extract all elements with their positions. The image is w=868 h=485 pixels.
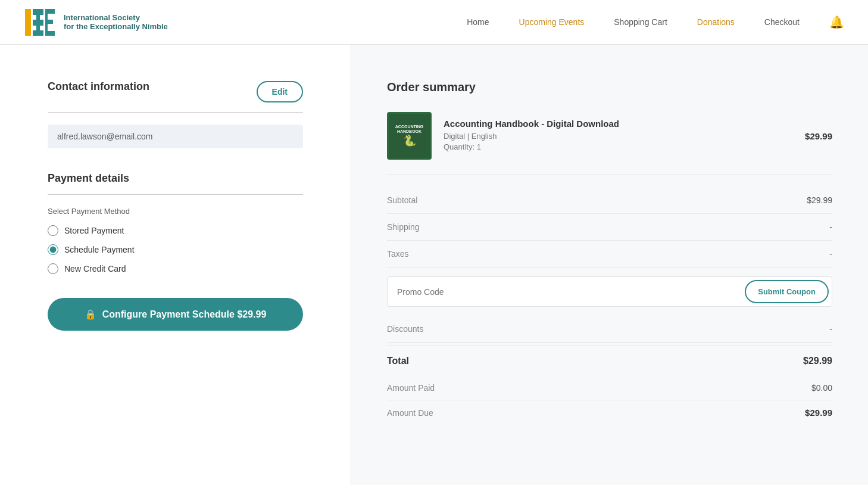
submit-coupon-button[interactable]: Submit Coupon xyxy=(745,280,829,303)
amount-paid-label: Amount Paid xyxy=(387,383,435,393)
main-nav: Home Upcoming Events Shopping Cart Donat… xyxy=(467,15,844,29)
nav-upcoming-events[interactable]: Upcoming Events xyxy=(519,17,585,27)
nav-home[interactable]: Home xyxy=(467,17,489,27)
payment-option-new-card-label: New Credit Card xyxy=(64,264,126,273)
amount-due-row: Amount Due $29.99 xyxy=(387,400,832,425)
payment-title: Payment details xyxy=(48,172,303,185)
right-panel: Order summary ACCOUNTINGHANDBOOK 🐍 Accou… xyxy=(351,45,868,485)
payment-section: Payment details Select Payment Method St… xyxy=(48,172,303,274)
taxes-value: - xyxy=(829,249,832,259)
product-detail-format: Digital | English xyxy=(444,132,793,141)
nav-shopping-cart[interactable]: Shopping Cart xyxy=(614,17,667,27)
contact-title: Contact information xyxy=(48,80,149,93)
promo-section: Submit Coupon xyxy=(387,276,832,307)
svg-text:ISEN: ISEN xyxy=(25,33,36,38)
payment-option-schedule-label: Schedule Payment xyxy=(64,245,135,254)
shipping-row: Shipping - xyxy=(387,214,832,241)
order-summary-title: Order summary xyxy=(387,80,832,94)
payment-option-new-card[interactable]: New Credit Card xyxy=(48,263,303,274)
amount-paid-row: Amount Paid $0.00 xyxy=(387,376,832,400)
product-price: $29.99 xyxy=(805,131,832,141)
logo-text: International Society for the Exceptiona… xyxy=(64,13,168,31)
product-info: Accounting Handbook - Digital Download D… xyxy=(444,119,793,153)
svg-rect-4 xyxy=(45,20,53,24)
nav-donations[interactable]: Donations xyxy=(697,17,735,27)
book-snake-icon: 🐍 xyxy=(403,134,416,147)
main-container: Contact information Edit Payment details… xyxy=(0,45,868,485)
total-value: $29.99 xyxy=(803,356,832,366)
select-method-label: Select Payment Method xyxy=(48,207,303,216)
payment-option-stored[interactable]: Stored Payment xyxy=(48,225,303,236)
svg-rect-1 xyxy=(25,9,31,36)
notification-bell-icon[interactable]: 🔔 xyxy=(829,15,844,29)
svg-rect-5 xyxy=(45,31,55,36)
taxes-label: Taxes xyxy=(387,249,409,259)
subtotal-value: $29.99 xyxy=(807,195,832,205)
logo-icon: ISEN xyxy=(24,6,57,39)
radio-stored[interactable] xyxy=(48,225,58,236)
discounts-row: Discounts - xyxy=(387,316,832,343)
edit-button[interactable]: Edit xyxy=(257,81,303,102)
email-field[interactable] xyxy=(48,125,303,148)
subtotal-label: Subtotal xyxy=(387,195,417,205)
left-panel: Contact information Edit Payment details… xyxy=(0,45,351,485)
radio-new-card[interactable] xyxy=(48,263,58,274)
amount-due-value: $29.99 xyxy=(805,408,832,418)
amount-due-label: Amount Due xyxy=(387,408,433,418)
discounts-value: - xyxy=(829,324,832,334)
payment-option-schedule[interactable]: Schedule Payment xyxy=(48,244,303,255)
logo: ISEN International Society for the Excep… xyxy=(24,6,168,39)
book-cover-title: ACCOUNTINGHANDBOOK xyxy=(395,125,423,135)
subtotal-row: Subtotal $29.99 xyxy=(387,187,832,214)
taxes-row: Taxes - xyxy=(387,241,832,268)
configure-payment-button[interactable]: 🔒 Configure Payment Schedule $29.99 xyxy=(48,298,303,331)
header: ISEN International Society for the Excep… xyxy=(0,0,868,45)
contact-header: Contact information Edit xyxy=(48,80,303,102)
nav-checkout[interactable]: Checkout xyxy=(764,17,800,27)
configure-button-label: Configure Payment Schedule $29.99 xyxy=(102,309,267,320)
total-row: Total $29.99 xyxy=(387,346,832,376)
product-row: ACCOUNTINGHANDBOOK 🐍 Accounting Handbook… xyxy=(387,112,832,175)
product-detail-quantity: Quantity: 1 xyxy=(444,142,793,151)
svg-rect-3 xyxy=(45,9,55,14)
product-image: ACCOUNTINGHANDBOOK 🐍 xyxy=(387,112,432,160)
product-name: Accounting Handbook - Digital Download xyxy=(444,119,793,129)
contact-divider xyxy=(48,112,303,113)
discounts-label: Discounts xyxy=(387,324,423,334)
amount-paid-value: $0.00 xyxy=(811,383,832,393)
shipping-value: - xyxy=(829,222,832,232)
shipping-label: Shipping xyxy=(387,222,420,232)
promo-input[interactable] xyxy=(388,277,742,306)
radio-schedule[interactable] xyxy=(48,244,58,255)
payment-divider xyxy=(48,194,303,195)
total-label: Total xyxy=(387,356,409,366)
lock-icon: 🔒 xyxy=(85,309,96,320)
payment-option-stored-label: Stored Payment xyxy=(64,226,124,235)
